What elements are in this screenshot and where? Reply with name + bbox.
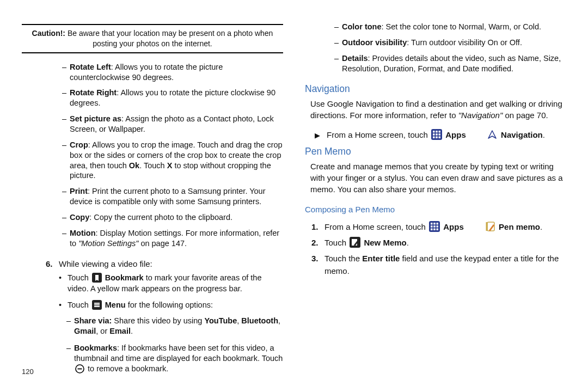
svg-rect-16 (439, 137, 441, 139)
subheading-composing: Composing a Pen Memo (305, 205, 566, 214)
svg-rect-18 (431, 223, 433, 225)
bullet-list-video: • Touch Bookmark to mark your favorite a… (59, 273, 283, 316)
navigation-paragraph: Use Google Navigation to find a destinat… (310, 98, 566, 121)
compose-step-3: 3. Touch the Enter title field and use t… (311, 252, 566, 278)
dash-item-set-picture-as: –Set picture as: Assign the photo as a C… (62, 114, 283, 134)
svg-rect-13 (439, 134, 441, 136)
heading-pen-memo: Pen Memo (305, 146, 566, 157)
dash-item-rotate-left: –Rotate Left: Allows you to rotate the p… (62, 62, 283, 83)
svg-rect-15 (436, 137, 438, 139)
pen-memo-paragraph: Create and manage memos that you create … (310, 161, 566, 195)
svg-rect-26 (437, 228, 439, 230)
remove-bookmark-icon (75, 364, 84, 373)
svg-rect-22 (433, 225, 436, 228)
svg-rect-8 (433, 131, 435, 133)
navigation-step: ▶ From a Home screen, touch Apps Navigat… (315, 128, 566, 141)
dash-item-share-via: –Share via: Share this video by using Yo… (66, 316, 283, 336)
navigation-arrow-icon (487, 129, 498, 140)
dash-item-crop: –Crop: Allows you to crop the image. Tou… (62, 140, 283, 181)
new-memo-icon (350, 237, 360, 248)
dash-item-rotate-right: –Rotate Right: Allows you to rotate the … (62, 88, 283, 108)
apps-grid-icon (429, 221, 440, 232)
apps-grid-icon (431, 129, 442, 140)
svg-rect-19 (433, 223, 436, 225)
dash-list-video-menu: –Share via: Share this video by using Yo… (66, 316, 283, 380)
svg-rect-24 (431, 228, 433, 230)
bookmark-icon (92, 273, 102, 283)
svg-rect-3 (94, 304, 100, 305)
dash-item-print: –Print: Print the current photo to a Sam… (62, 186, 283, 207)
svg-rect-11 (433, 134, 435, 136)
bullet-menu: • Touch Menu for the following options: (59, 300, 283, 311)
svg-rect-2 (94, 303, 100, 304)
svg-rect-14 (433, 137, 435, 139)
caution-text: Be aware that your location may be prese… (68, 29, 273, 48)
svg-rect-23 (437, 225, 439, 228)
svg-rect-6 (78, 368, 82, 369)
dash-item-motion: –Motion: Display Motion settings. For mo… (62, 228, 283, 249)
page: Caution!: Be aware that your location ma… (0, 0, 588, 392)
svg-rect-20 (437, 223, 439, 225)
svg-rect-25 (433, 228, 436, 230)
dash-item-bookmarks: –Bookmarks: If bookmarks have been set f… (66, 343, 283, 374)
left-column: Caution!: Be aware that your location ma… (22, 22, 294, 376)
bullet-bookmark: • Touch Bookmark to mark your favorite a… (59, 273, 283, 294)
pen-memo-icon (485, 221, 495, 232)
compose-step-1: 1. From a Home screen, touch Apps Pen me… (311, 220, 566, 233)
caution-label: Caution!: (32, 29, 65, 38)
caution-box: Caution!: Be aware that your location ma… (22, 24, 283, 53)
svg-rect-12 (436, 134, 438, 136)
svg-rect-21 (431, 225, 433, 228)
right-column: –Color tone: Set the color tone to Norma… (294, 22, 566, 376)
triangle-bullet-icon: ▶ (315, 130, 327, 141)
dash-list-photo-options: –Rotate Left: Allows you to rotate the p… (62, 62, 283, 254)
dash-item-details: –Details: Provides details about the vid… (334, 53, 566, 74)
menu-icon (92, 300, 102, 310)
page-number: 120 (22, 367, 34, 376)
step-6: 6. While viewing a video file: (46, 258, 283, 270)
dash-item-color-tone: –Color tone: Set the color tone to Norma… (334, 22, 566, 32)
svg-rect-10 (439, 131, 441, 133)
svg-rect-4 (94, 306, 100, 307)
compose-step-2: 2. Touch New Memo. (311, 236, 566, 249)
dash-item-outdoor: –Outdoor visibility: Turn outdoor visibi… (334, 38, 566, 48)
svg-rect-9 (436, 131, 438, 133)
heading-navigation: Navigation (305, 83, 566, 95)
dash-list-video-details: –Color tone: Set the color tone to Norma… (334, 22, 566, 79)
svg-rect-28 (486, 222, 487, 231)
dash-item-copy: –Copy: Copy the current photo to the cli… (62, 212, 283, 223)
